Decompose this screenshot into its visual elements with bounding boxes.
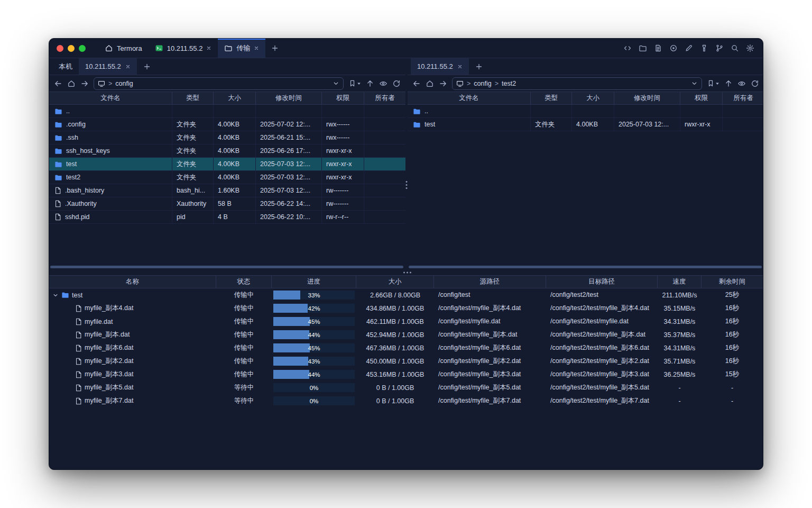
column-header-source-path[interactable]: 源路径	[434, 276, 546, 288]
transfer-row[interactable]: myfile_副本2.dat 传输中 43% 450.00MB / 1.00GB…	[49, 355, 763, 368]
file-owner	[364, 211, 405, 223]
chevron-down-icon[interactable]	[691, 80, 698, 87]
column-header-speed[interactable]: 速度	[658, 276, 702, 288]
horizontal-splitter[interactable]	[49, 270, 763, 275]
file-table-row[interactable]: .Xauthority Xauthority 58 B 2025-06-22 1…	[49, 197, 405, 211]
close-icon[interactable]	[254, 46, 259, 51]
folder-icon[interactable]	[639, 44, 647, 52]
file-panel-tabs: 本机 10.211.55.2	[49, 58, 405, 75]
column-header-permissions[interactable]: 权限	[680, 92, 723, 104]
refresh-button[interactable]	[751, 79, 759, 88]
close-window-button[interactable]	[57, 45, 63, 52]
column-header-progress[interactable]: 进度	[272, 276, 356, 288]
bookmark-button[interactable]	[348, 79, 361, 87]
file-table-row[interactable]: sshd.pid pid 4 B 2025-06-22 10:... rw-r-…	[49, 211, 405, 224]
file-name: ..	[66, 107, 70, 115]
show-hidden-files-button[interactable]	[379, 79, 387, 88]
column-header-owner[interactable]: 所有者	[364, 92, 405, 104]
tab-remote-host[interactable]: 10.211.55.2	[79, 58, 137, 75]
file-table-row[interactable]: ssh_host_keys 文件夹 4.00KB 2025-06-26 17:.…	[49, 144, 405, 158]
home-button[interactable]	[426, 79, 434, 88]
file-table-row[interactable]: ..	[49, 105, 405, 118]
zoom-window-button[interactable]	[79, 45, 86, 52]
breadcrumb-segment[interactable]: config	[115, 80, 133, 87]
column-header-type[interactable]: 类型	[531, 92, 572, 104]
back-button[interactable]	[412, 79, 421, 88]
tab-label: 本机	[59, 62, 72, 71]
column-header-filename[interactable]: 文件名	[408, 92, 531, 104]
column-header-type[interactable]: 类型	[172, 92, 214, 104]
transfer-row[interactable]: myfile.dat 传输中 45% 462.11MB / 1.00GB /co…	[49, 315, 763, 328]
minimize-window-button[interactable]	[68, 45, 75, 52]
home-button[interactable]	[67, 79, 76, 88]
path-breadcrumb[interactable]: >config	[94, 77, 344, 90]
transfer-row[interactable]: myfile_副本.dat 传输中 44% 452.94MB / 1.00GB …	[49, 328, 763, 341]
column-header-name[interactable]: 名称	[49, 276, 216, 288]
breadcrumb-segment[interactable]: test2	[502, 80, 516, 87]
column-header-owner[interactable]: 所有者	[723, 92, 763, 104]
progress-percent: 33%	[273, 291, 355, 300]
tab-local[interactable]: 本机	[52, 58, 79, 75]
column-header-size[interactable]: 大小	[214, 92, 256, 104]
column-header-target-path[interactable]: 目标路径	[546, 276, 658, 288]
column-header-permissions[interactable]: 权限	[322, 92, 364, 104]
show-hidden-files-button[interactable]	[737, 79, 746, 88]
flashlight-icon[interactable]	[700, 44, 708, 52]
file-table-row[interactable]: .ssh 文件夹 4.00KB 2025-06-21 15:... rwx---…	[49, 131, 405, 144]
transfer-row[interactable]: myfile_副本3.dat 传输中 44% 453.16MB / 1.00GB…	[49, 368, 763, 381]
new-file-tab-button[interactable]	[469, 58, 489, 75]
record-icon[interactable]	[669, 44, 678, 52]
transfer-row[interactable]: myfile_副本7.dat 等待中 0% 0 B / 1.00GB /conf…	[49, 394, 763, 407]
forward-button[interactable]	[80, 79, 89, 88]
log-icon[interactable]	[654, 44, 662, 52]
new-tab-button[interactable]	[265, 39, 284, 58]
parent-directory-button[interactable]	[724, 79, 733, 88]
column-header-remaining-time[interactable]: 剩余时间	[702, 276, 763, 288]
file-table-row[interactable]: .bash_history bash_hi... 1.60KB 2025-07-…	[49, 184, 405, 197]
tab-transfer[interactable]: 传输	[218, 39, 265, 58]
parent-directory-button[interactable]	[366, 79, 374, 88]
file-table-row[interactable]: test 文件夹 4.00KB 2025-07-03 12:... rwxr-x…	[49, 158, 405, 171]
plus-icon	[143, 62, 151, 71]
back-button[interactable]	[54, 79, 62, 88]
transfer-row[interactable]: test 传输中 33% 2.66GB / 8.00GB /config/tes…	[49, 288, 763, 302]
column-header-mtime[interactable]: 修改时间	[614, 92, 680, 104]
tab-termora[interactable]: Termora	[98, 39, 149, 58]
file-table-row[interactable]: test2 文件夹 4.00KB 2025-07-03 12:... rwxr-…	[49, 171, 405, 184]
branch-icon[interactable]	[715, 44, 724, 52]
refresh-button[interactable]	[392, 79, 401, 88]
forward-button[interactable]	[439, 79, 447, 88]
transfer-speed: 35.15MB/s	[658, 302, 702, 315]
close-icon[interactable]	[125, 64, 131, 69]
column-header-filename[interactable]: 文件名	[49, 92, 172, 104]
pencil-icon[interactable]	[685, 44, 693, 52]
breadcrumb-segment[interactable]: config	[474, 80, 491, 87]
new-file-tab-button[interactable]	[137, 58, 157, 75]
horizontal-scrollbar[interactable]	[50, 266, 403, 268]
search-icon[interactable]	[731, 44, 739, 52]
file-table-row[interactable]: test 文件夹 4.00KB 2025-07-03 12:... rwxr-x…	[408, 118, 763, 131]
path-breadcrumb[interactable]: >config>test2	[452, 77, 702, 90]
chevron-down-icon[interactable]	[333, 80, 339, 87]
close-icon[interactable]	[206, 46, 211, 51]
file-table-row[interactable]: ..	[408, 105, 763, 118]
bookmark-button[interactable]	[707, 79, 719, 87]
file-name: sshd.pid	[65, 213, 90, 221]
tab-ssh-session[interactable]: 10.211.55.2	[149, 39, 218, 58]
transfer-row[interactable]: myfile_副本4.dat 传输中 42% 434.86MB / 1.00GB…	[49, 302, 763, 315]
file-icon	[54, 213, 61, 221]
column-header-status[interactable]: 状态	[216, 276, 272, 288]
column-header-size[interactable]: 大小	[356, 276, 434, 288]
transfer-row[interactable]: myfile_副本6.dat 传输中 45% 467.36MB / 1.00GB…	[49, 341, 763, 355]
horizontal-scrollbar[interactable]	[409, 266, 762, 268]
tab-remote-host[interactable]: 10.211.55.2	[411, 58, 469, 75]
code-icon[interactable]	[623, 44, 632, 52]
column-header-mtime[interactable]: 修改时间	[256, 92, 322, 104]
settings-icon[interactable]	[746, 44, 754, 52]
transfer-row[interactable]: myfile_副本5.dat 等待中 0% 0 B / 1.00GB /conf…	[49, 381, 763, 394]
column-header-size[interactable]: 大小	[572, 92, 614, 104]
breadcrumb-separator: >	[108, 80, 112, 87]
expand-chevron-icon[interactable]	[52, 292, 59, 298]
close-icon[interactable]	[457, 64, 463, 69]
file-table-row[interactable]: .config 文件夹 4.00KB 2025-07-02 12:... rwx…	[49, 118, 405, 131]
